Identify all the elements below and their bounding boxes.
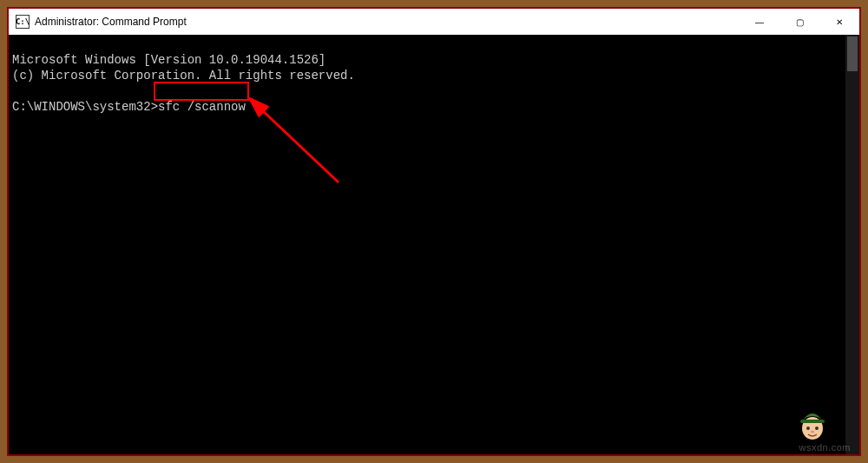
- terminal-line: Microsoft Windows [Version 10.0.19044.15…: [12, 53, 326, 67]
- maximize-button[interactable]: ▢: [779, 9, 819, 35]
- watermark-text: wsxdn.com: [799, 442, 851, 453]
- svg-rect-2: [800, 420, 825, 423]
- cmd-window: C:\ Administrator: Command Prompt — ▢ ✕ …: [9, 9, 859, 454]
- annotation-highlight: [154, 82, 249, 101]
- annotation-arrow-icon: [243, 96, 347, 191]
- screenshot-frame: C:\ Administrator: Command Prompt — ▢ ✕ …: [7, 7, 861, 456]
- minimize-button[interactable]: —: [740, 9, 779, 35]
- terminal-line: (c) Microsoft Corporation. All rights re…: [12, 69, 355, 83]
- svg-line-0: [260, 109, 339, 182]
- mascot-icon: [795, 407, 830, 442]
- close-button[interactable]: ✕: [819, 9, 859, 35]
- terminal-area[interactable]: Microsoft Windows [Version 10.0.19044.15…: [9, 35, 859, 454]
- svg-point-5: [811, 431, 814, 433]
- terminal-prompt: C:\WINDOWS\system32>: [12, 100, 158, 114]
- titlebar[interactable]: C:\ Administrator: Command Prompt — ▢ ✕: [9, 9, 859, 35]
- scrollbar[interactable]: [845, 35, 859, 454]
- terminal-command: sfc /scannow: [158, 100, 246, 114]
- svg-point-3: [806, 427, 810, 430]
- cmd-icon: C:\: [16, 15, 30, 29]
- scrollbar-thumb[interactable]: [847, 36, 858, 71]
- svg-point-4: [815, 427, 819, 430]
- window-title: Administrator: Command Prompt: [35, 16, 740, 28]
- window-controls: — ▢ ✕: [740, 9, 859, 35]
